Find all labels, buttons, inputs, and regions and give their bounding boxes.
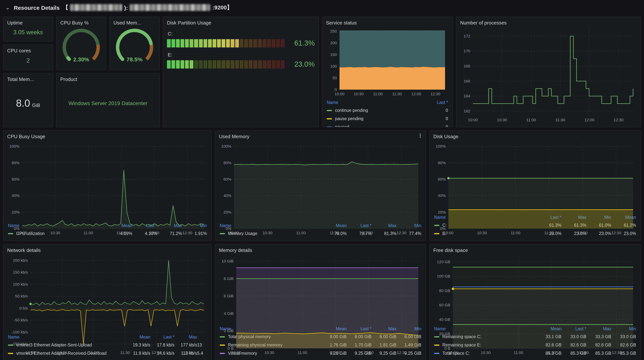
svg-text:0%: 0% (440, 226, 446, 231)
legend-value: 0 (428, 108, 448, 113)
svg-text:100%: 100% (436, 144, 446, 148)
svg-text:20%: 20% (438, 210, 446, 214)
gauge-svg: 2.30% (60, 26, 102, 67)
chart-used_memory[interactable]: 0%20%40%60%80%100%10:0010:3011:0011:3012… (219, 140, 422, 237)
processes-chart[interactable]: 16216416616817017210:0010:3011:0011:3012… (460, 26, 637, 124)
svg-text:11:30: 11:30 (556, 118, 565, 122)
svg-text:150: 150 (330, 52, 337, 57)
svg-text:11:00: 11:00 (84, 231, 93, 235)
led-segment (203, 60, 207, 68)
svg-text:150 kb/s: 150 kb/s (13, 270, 28, 274)
legend-series-name[interactable]: pause pending (327, 116, 428, 121)
led-segment (272, 60, 276, 68)
service-status-chart[interactable]: 05010015020025010:0010:3011:0011:3012:00… (326, 26, 449, 98)
panel-title[interactable]: Number of processes (460, 20, 637, 25)
uptime-value: 3.05 weeks (7, 26, 49, 38)
panel-product: Product Windows Server 2019 Datacenter (56, 73, 160, 127)
chart-network[interactable]: 200 kb/s150 kb/s100 kb/s50 kb/s0 b/s-50 … (7, 254, 208, 357)
svg-text:60 GB: 60 GB (439, 303, 450, 307)
svg-text:20 GB: 20 GB (439, 332, 450, 336)
panel-menu-icon[interactable]: ⋮ (418, 133, 423, 139)
svg-text:60%: 60% (438, 177, 446, 181)
legend-series-label: pause pending (335, 116, 364, 121)
partition-percent: 61.3% (288, 39, 315, 47)
led-segment (222, 60, 225, 68)
chart-free_disk[interactable]: 0 B20 GB40 GB60 GB80 GB100 GB120 GB10:00… (433, 254, 637, 357)
led-segment (208, 60, 212, 68)
panel-title[interactable]: Service status (326, 20, 449, 25)
svg-text:11:30: 11:30 (120, 351, 130, 355)
svg-text:0%: 0% (226, 226, 231, 231)
panel-title[interactable]: Disk Usage (433, 134, 637, 139)
svg-text:12:00: 12:00 (150, 231, 160, 235)
panel-memory-details: Memory details 0 B2 GiB4 GiB6 GiB8 GiB10… (215, 244, 426, 360)
panel-title[interactable]: Disk Partition Usage (167, 20, 315, 25)
svg-text:12:30: 12:30 (612, 351, 622, 355)
panel-title[interactable]: CPU cores (7, 48, 49, 53)
chart-disk_usage[interactable]: 0%20%40%60%80%100%10:0010:3011:0011:3012… (433, 140, 637, 237)
legend-series-name[interactable]: continue pending (327, 108, 428, 113)
led-segment (180, 39, 184, 47)
svg-text:12:30: 12:30 (396, 231, 406, 235)
dashboard-title[interactable]: Resource Details 【): :9200】 (14, 4, 232, 11)
chart-service_status[interactable]: 05010015020025010:0010:3011:0011:3012:00… (326, 26, 449, 98)
chart-processes[interactable]: 16216416616817017210:0010:3011:0011:3012… (460, 26, 637, 124)
svg-text:40 GB: 40 GB (439, 317, 450, 322)
svg-text:11:30: 11:30 (116, 231, 126, 235)
legend-header-name[interactable]: Name (327, 100, 428, 105)
free-disk-space-chart[interactable]: 0 B20 GB40 GB60 GB80 GB100 GB120 GB10:00… (433, 254, 637, 324)
svg-text:200: 200 (330, 41, 337, 45)
led-segment (217, 60, 221, 68)
svg-text:80%: 80% (224, 161, 231, 165)
series-color-icon (327, 110, 332, 111)
panel-title[interactable]: CPU Busy % (60, 20, 102, 25)
svg-text:10:00: 10:00 (334, 92, 344, 96)
led-segment (208, 39, 212, 47)
panel-title[interactable]: Product (60, 76, 156, 82)
panel-title[interactable]: Used Memory (219, 134, 422, 139)
panel-number-of-processes: Number of processes 16216416616817017210… (456, 16, 641, 127)
gauge-svg: 78.5% (114, 26, 156, 67)
svg-text:11:30: 11:30 (544, 231, 554, 235)
led-segment (230, 39, 234, 47)
led-segment (281, 60, 284, 68)
panel-title[interactable]: CPU Busy Usage (7, 134, 208, 139)
cpu-busy-usage-chart[interactable]: 0%20%40%60%80%100%10:0010:3011:0011:3012… (7, 140, 208, 221)
led-segment (262, 60, 266, 68)
svg-text:-50 kb/s: -50 kb/s (14, 318, 28, 322)
total-mem-number: 8.0 (16, 97, 30, 109)
led-segment (194, 60, 198, 68)
panel-title[interactable]: Used Mem... (114, 20, 156, 25)
panel-title[interactable]: Memory details (219, 247, 422, 253)
led-segment (199, 39, 202, 47)
svg-text:80 GB: 80 GB (439, 289, 450, 293)
network-details-chart[interactable]: 200 kb/s150 kb/s100 kb/s50 kb/s0 b/s-50 … (7, 254, 208, 333)
svg-text:12:00: 12:00 (364, 351, 374, 355)
memory-details-chart[interactable]: 0 B2 GiB4 GiB6 GiB8 GiB10 GiB10:0010:301… (219, 254, 422, 324)
legend-header-last[interactable]: Last * (428, 100, 448, 105)
svg-text:-150 kb/s: -150 kb/s (12, 342, 28, 346)
disk-usage-chart[interactable]: 0%20%40%60%80%100%10:0010:3011:0011:3012… (433, 140, 637, 213)
led-segment (240, 39, 244, 47)
partition-label: C: (168, 31, 315, 36)
led-segment (190, 60, 194, 68)
svg-text:50 kb/s: 50 kb/s (15, 294, 28, 298)
svg-text:10:30: 10:30 (50, 231, 60, 235)
led-segment (240, 60, 244, 68)
collapse-chevron-icon[interactable]: ⌄ (5, 6, 10, 9)
legend-series-name[interactable]: paused (327, 125, 428, 127)
led-segment (249, 60, 253, 68)
used-memory-chart[interactable]: 0%20%40%60%80%100%10:0010:3011:0011:3012… (219, 140, 422, 221)
cpu-cores-value: 2 (7, 54, 49, 67)
chart-memory_details[interactable]: 0 B2 GiB4 GiB6 GiB8 GiB10 GiB10:0010:301… (219, 254, 422, 357)
panel-title[interactable]: Free disk space (433, 247, 637, 253)
panel-title[interactable]: Total Mem... (7, 76, 49, 82)
led-segment (167, 39, 171, 47)
total-mem-value: 8.0 GiB (7, 83, 49, 124)
partition-bar: 61.3% (167, 39, 315, 47)
panel-title[interactable]: Uptime (7, 20, 49, 25)
svg-text:11:00: 11:00 (89, 351, 98, 355)
chart-cpu_busy_usage[interactable]: 0%20%40%60%80%100%10:0010:3011:0011:3012… (7, 140, 208, 237)
panel-title[interactable]: Network details (7, 247, 208, 253)
led-bar (167, 39, 284, 47)
